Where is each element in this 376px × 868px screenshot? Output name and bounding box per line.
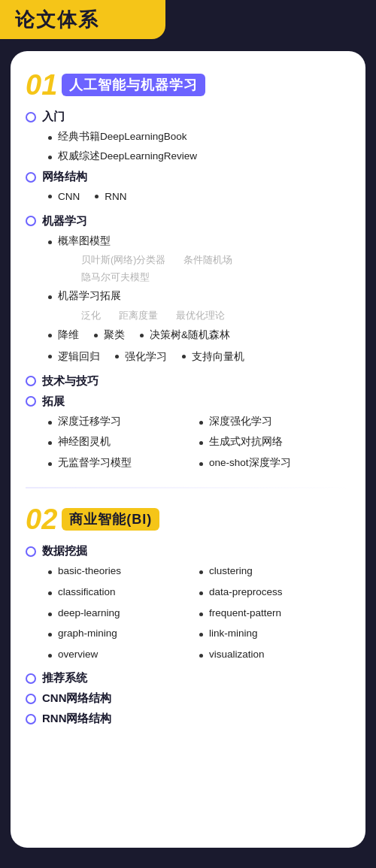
- section-divider: [26, 487, 350, 488]
- bullet-icon: [199, 462, 203, 466]
- sub-item: 最优化理论: [176, 307, 225, 325]
- section-01-label: 人工智能与机器学习: [62, 74, 205, 96]
- item-text: 经典书籍DeepLearningBook: [58, 129, 187, 145]
- inline-row: CNN RNN: [48, 189, 350, 208]
- item-text: 降维: [58, 327, 79, 343]
- dot-expand: [26, 396, 36, 407]
- sub-item: 泛化: [81, 307, 101, 325]
- bullet-icon: [95, 195, 99, 198]
- bullet-icon: [199, 612, 203, 616]
- item-text: 生成式对抗网络: [209, 434, 283, 450]
- item-text: 机器学习拓展: [58, 288, 121, 304]
- dot-data-mining: [26, 546, 36, 557]
- bullet-icon: [48, 441, 52, 445]
- list-item: RNN: [95, 189, 126, 205]
- sub-item: 条件随机场: [183, 252, 232, 269]
- dot-network: [26, 172, 36, 183]
- bullet-icon: [48, 421, 52, 425]
- list-item: 神经图灵机: [48, 434, 199, 450]
- item-text: CNN: [58, 189, 80, 205]
- sub-item: 隐马尔可夫模型: [81, 269, 150, 286]
- dot-cnn: [26, 694, 36, 704]
- list-item: 权威综述DeepLearningReview: [48, 148, 350, 165]
- list-item: 概率图模型: [48, 233, 350, 250]
- item-text: frequent-pattern: [209, 605, 281, 622]
- sub-row: 泛化 距离度量 最优化理论: [81, 307, 350, 325]
- category-title-rumen: 入门: [42, 110, 65, 124]
- category-title-expand: 拓展: [42, 395, 65, 409]
- category-title-recommend: 推荐系统: [42, 671, 87, 685]
- bullet-icon: [48, 462, 52, 466]
- bullet-icon: [115, 355, 119, 358]
- list-item: CNN: [48, 189, 80, 205]
- list-item: classification: [48, 584, 199, 600]
- item-text: 逻辑回归: [58, 349, 100, 365]
- main-card: 01 人工智能与机器学习 入门 经典书籍DeepLearningBook 权威综…: [11, 51, 365, 848]
- category-recommend: 推荐系统: [26, 671, 350, 685]
- category-title-data-mining: 数据挖掘: [42, 544, 87, 558]
- section-02-num: 02: [26, 505, 57, 534]
- category-title-ml: 机器学习: [42, 214, 87, 228]
- bullet-icon: [140, 334, 144, 337]
- list-item: 无监督学习模型: [48, 455, 199, 471]
- header-title: 论文体系: [15, 7, 99, 33]
- bullet-icon: [48, 334, 52, 337]
- bullet-icon: [199, 633, 203, 637]
- item-text: 决策树&随机森林: [150, 327, 230, 343]
- item-text: visualization: [209, 646, 265, 663]
- item-text: 权威综述DeepLearningReview: [58, 148, 197, 165]
- item-text: 深度强化学习: [209, 413, 272, 430]
- sub-row: 贝叶斯(网络)分类器 条件随机场: [81, 252, 350, 269]
- category-network: 网络结构: [26, 170, 350, 184]
- multi-bullet-row: 降维 聚类 决策树&随机森林: [48, 327, 350, 346]
- bullet-icon: [48, 654, 52, 658]
- bullet-icon: [48, 156, 52, 159]
- bullet-icon: [48, 195, 52, 198]
- dot-technique: [26, 376, 36, 386]
- bullet-icon: [48, 240, 52, 244]
- item-text: 聚类: [104, 327, 125, 343]
- bullet-icon: [199, 591, 203, 595]
- list-item: deep-learning: [48, 605, 199, 622]
- list-item: 降维: [48, 327, 79, 343]
- section-01-num: 01: [26, 71, 57, 99]
- bullet-icon: [48, 633, 52, 637]
- list-network: CNN RNN: [26, 189, 350, 208]
- list-item: visualization: [199, 646, 350, 663]
- dot-rnn: [26, 714, 36, 724]
- bullet-icon: [94, 334, 98, 337]
- dot-recommend: [26, 673, 36, 684]
- list-item: overview: [48, 646, 199, 663]
- list-ml: 概率图模型 贝叶斯(网络)分类器 条件随机场 隐马尔可夫模型 机器学习拓展 泛化: [26, 233, 350, 368]
- header-banner: 论文体系: [0, 0, 165, 39]
- item-text: 无监督学习模型: [58, 455, 132, 471]
- item-text: 深度迁移学习: [58, 413, 121, 430]
- category-title-network: 网络结构: [42, 170, 87, 184]
- page-wrapper: 论文体系 01 人工智能与机器学习 入门 经典书籍DeepLearningBoo…: [0, 0, 376, 868]
- item-text: 强化学习: [125, 349, 167, 365]
- list-item: 生成式对抗网络: [199, 434, 350, 450]
- category-rnn: RNN网络结构: [26, 712, 350, 726]
- list-item: 决策树&随机森林: [140, 327, 230, 343]
- item-text: 神经图灵机: [58, 434, 111, 450]
- list-item: 机器学习拓展: [48, 288, 350, 304]
- category-cnn: CNN网络结构: [26, 691, 350, 706]
- list-item: data-preprocess: [199, 584, 350, 600]
- category-title-technique: 技术与技巧: [42, 374, 99, 389]
- list-item: 聚类: [94, 327, 125, 343]
- item-text: classification: [58, 584, 116, 600]
- item-text: overview: [58, 646, 98, 663]
- category-title-cnn: CNN网络结构: [42, 691, 112, 706]
- section-01-header: 01 人工智能与机器学习: [26, 71, 350, 99]
- sub-row: 隐马尔可夫模型: [81, 269, 350, 286]
- dot-rumen: [26, 112, 36, 122]
- list-item: clustering: [199, 563, 350, 579]
- list-rumen: 经典书籍DeepLearningBook 权威综述DeepLearningRev…: [26, 129, 350, 164]
- bullet-icon: [199, 421, 203, 425]
- list-item: one-shot深度学习: [199, 455, 350, 471]
- sub-section: 贝叶斯(网络)分类器 条件随机场 隐马尔可夫模型: [48, 252, 350, 286]
- item-text: one-shot深度学习: [209, 455, 291, 471]
- bullet-icon: [48, 570, 52, 574]
- dot-ml: [26, 216, 36, 226]
- list-item: basic-theories: [48, 563, 199, 579]
